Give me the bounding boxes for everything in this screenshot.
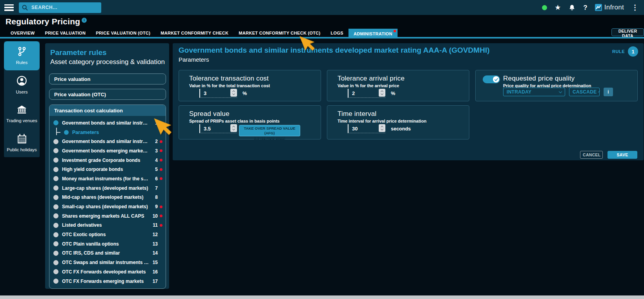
status-bullet (53, 241, 58, 246)
stepper-control[interactable] (379, 124, 385, 132)
brand-logo: Infront (595, 4, 624, 11)
rule-detail-panel: Government bonds and similar instruments… (173, 43, 644, 160)
status-bullet (53, 232, 58, 237)
rule-item-label: OTC Exotic options (62, 232, 149, 237)
parameter-rules-panel: Parameter rules Asset category processin… (45, 43, 169, 289)
status-bullet (53, 120, 58, 125)
page-title: Regulatory Pricingi (5, 17, 87, 26)
horizontal-scrollbar[interactable] (0, 295, 644, 299)
sidebar-item-public-holidays[interactable]: Public holidays (4, 128, 40, 157)
status-bullet (53, 148, 58, 153)
rule-subitem-parameters[interactable]: Parameters (49, 128, 166, 137)
tolerance-arrival-price-input[interactable] (351, 90, 379, 97)
accordion-price-valuation-otc[interactable]: Price valuation (OTC) (49, 89, 166, 100)
alert-dot (160, 205, 162, 208)
card-tolerance-arrival-price: Tolerance arrival price Value in % for t… (327, 70, 469, 101)
stepper-control[interactable] (230, 124, 237, 132)
info-button[interactable]: i (604, 88, 613, 96)
sidebar-item-users[interactable]: Users (4, 70, 40, 99)
rule-title: Government bonds and similar instruments… (179, 46, 490, 55)
tolerance-transaction-cost-input[interactable] (203, 90, 230, 97)
cancel-button[interactable]: CANCEL (580, 151, 603, 159)
sidebar-item-rules[interactable]: Rules (4, 41, 40, 70)
rule-item-6[interactable]: Money market instruments (for the sake o… (49, 174, 166, 183)
rule-item-16[interactable]: OTC FX Forwards developed markets16 (49, 267, 166, 277)
tab-label: LOGS (331, 31, 343, 35)
tab-market-conformity-check[interactable]: MARKET CONFORMITY CHECK (155, 29, 234, 37)
card-spread-value: Spread value Spread of PRIIPs asset clas… (179, 105, 321, 139)
tree-connector-icon (55, 128, 62, 137)
card-time-interval: Time interval Time interval for arrival … (327, 105, 469, 139)
rule-item-5[interactable]: High yield corporate bonds5 (49, 165, 166, 174)
favorites-star-icon[interactable]: ★ (555, 4, 561, 11)
requested-price-quality-toggle[interactable] (483, 75, 500, 83)
rule-item-9[interactable]: Small-cap shares (developed markets)9 (49, 202, 166, 211)
rule-item-15[interactable]: OTC Swaps and similar instruments (diffe… (49, 258, 166, 267)
rule-item-11[interactable]: Listed derivatives11 (49, 221, 166, 230)
search-box[interactable] (19, 2, 101, 13)
users-icon (16, 75, 27, 88)
rule-item-label: Mid-cap shares (developed markets) (62, 194, 149, 200)
help-icon[interactable]: ? (583, 4, 587, 11)
tab-logs[interactable]: LOGS (326, 29, 348, 37)
rule-badge: RULE 1 (612, 46, 638, 57)
card-title: Spread value (189, 110, 321, 118)
stepper-control[interactable] (379, 89, 385, 97)
panel-subtitle: Asset category processing & validation (50, 58, 169, 66)
rule-number-badge[interactable]: 1 (628, 46, 638, 57)
sidebar-item-trading-venues[interactable]: Trading venues (4, 99, 40, 128)
panel-title: Parameter rules (50, 48, 169, 57)
rule-item-10[interactable]: Shares emerging markets ALL CAPS10 (49, 211, 166, 221)
top-bar: ★ ? Infront ⋮ (0, 0, 644, 15)
rule-item-17[interactable]: OTC FX Forwards emerging markets17 (49, 277, 166, 286)
unit-label: % (391, 91, 395, 96)
tab-administration[interactable]: ADMINISTRATION (348, 29, 398, 39)
sidebar-item-label: Rules (16, 60, 27, 65)
tab-label: PRICE VALUATION (OTC) (96, 31, 150, 35)
save-button[interactable]: SAVE (608, 151, 637, 159)
rule-subitem-label: Parameters (72, 130, 99, 135)
deliver-data-button[interactable]: DELIVER DATA (611, 28, 644, 36)
sidebar: RulesUsersTrading venuesPublic holidays (4, 41, 40, 157)
page-info-icon[interactable]: i (82, 18, 87, 23)
status-bullet (53, 195, 58, 200)
rule-item-1[interactable]: Government bonds and similar instruments… (49, 118, 166, 128)
spread-value-input[interactable] (203, 125, 230, 132)
tab-label: ADMINISTRATION (354, 31, 392, 36)
card-subtitle: Value in % for the arrival price (338, 83, 469, 88)
overflow-menu-icon[interactable]: ⋮ (631, 4, 639, 11)
status-bullet (53, 269, 58, 274)
status-bullet (53, 139, 58, 144)
rule-item-13[interactable]: OTC Plain vanilla options13 (49, 239, 166, 249)
rule-item-8[interactable]: Mid-cap shares (developed markets)8 (49, 193, 166, 202)
tab-overview[interactable]: OVERVIEW (5, 29, 40, 37)
rule-item-14[interactable]: OTC IRS, CDS and similar14 (49, 249, 166, 258)
accordion-transaction-cost-header[interactable]: Transaction cost calculation (49, 105, 166, 116)
search-input[interactable] (31, 4, 98, 11)
status-bullet (53, 158, 58, 163)
tab-label: OVERVIEW (11, 31, 35, 35)
rule-item-label: Small-cap shares (developed markets) (62, 204, 149, 209)
time-interval-input[interactable] (351, 125, 379, 132)
rule-item-3[interactable]: Government bonds emerging markets (hard … (49, 146, 166, 156)
sidebar-item-label: Trading venues (6, 118, 37, 123)
notifications-bell-icon[interactable] (568, 4, 576, 11)
takeover-line2: 3.3 (31 AUG 2021) (239, 136, 300, 141)
stepper-control[interactable] (230, 89, 237, 97)
cascade-dropdown[interactable]: CASCADE (569, 88, 600, 96)
rule-item-number: 2 (151, 139, 158, 144)
tab-price-valuation[interactable]: PRICE VALUATION (40, 29, 91, 37)
hamburger-menu-icon[interactable] (4, 4, 14, 11)
takeover-line1: TAKE OVER SPREAD VALUE (AFG) (239, 126, 300, 136)
card-tolerance-transaction-cost: Tolerance transaction cost Value in % fo… (179, 70, 321, 101)
topbar-actions: ★ ? Infront ⋮ (542, 4, 644, 11)
tab-price-valuation-otc[interactable]: PRICE VALUATION (OTC) (91, 29, 155, 37)
rule-item-4[interactable]: Investment grade Corporate bonds4 (49, 156, 166, 165)
price-quality-dropdown[interactable]: INTRADAY (503, 88, 565, 96)
rule-item-7[interactable]: Large-cap shares (developed markets)7 (49, 183, 166, 193)
take-over-spread-value-button[interactable]: TAKE OVER SPREAD VALUE (AFG) 3.3 (31 AUG… (239, 125, 300, 136)
rule-item-label: Government bonds emerging markets (hard … (62, 148, 149, 154)
rule-item-12[interactable]: OTC Exotic options12 (49, 230, 166, 239)
accordion-price-valuation[interactable]: Price valuation (49, 73, 166, 84)
rule-item-2[interactable]: Government bonds and similar instruments… (49, 137, 166, 146)
